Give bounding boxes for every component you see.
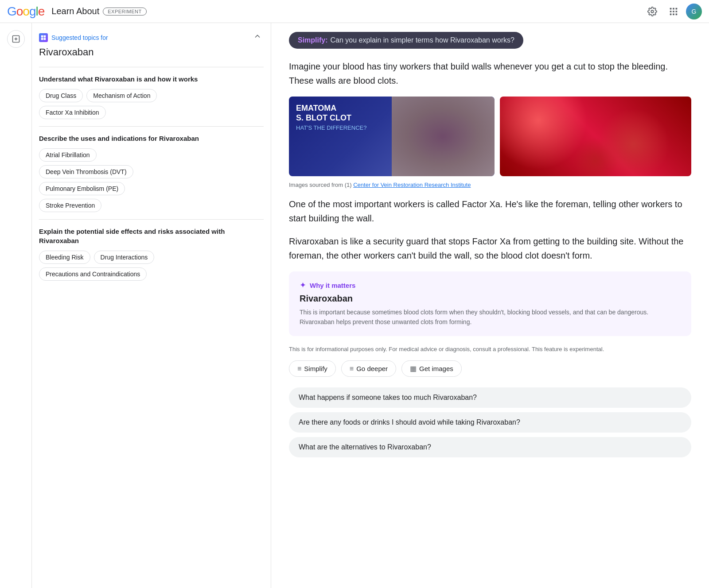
svg-rect-14 xyxy=(44,35,46,37)
svg-point-0 xyxy=(651,10,654,13)
chip-drug-interactions[interactable]: Drug Interactions xyxy=(94,251,155,264)
suggested-topics-header: Suggested topics for xyxy=(39,30,264,45)
svg-rect-2 xyxy=(673,8,674,9)
svg-rect-9 xyxy=(676,13,678,15)
svg-rect-1 xyxy=(670,8,672,9)
simplify-banner: Simplify: Can you explain in simpler ter… xyxy=(289,32,523,49)
image-source: Images sourced from (1) Center for Vein … xyxy=(289,182,691,188)
sidebar-toggle-col xyxy=(0,23,32,588)
svg-rect-7 xyxy=(670,13,672,15)
svg-rect-4 xyxy=(670,11,672,12)
chip-dvt[interactable]: Deep Vein Thrombosis (DVT) xyxy=(39,165,133,178)
svg-rect-16 xyxy=(44,38,46,40)
suggestion-chip-1[interactable]: What happens if someone takes too much R… xyxy=(289,387,691,408)
section-1-chips: Drug Class Mechanism of Action xyxy=(39,89,264,102)
simplify-btn-label: Simplify xyxy=(304,365,327,372)
images-row: EMATOMA S. BLOT CLOT HAT'S THE DIFFERENC… xyxy=(289,97,691,176)
section-2-chips-3: Pulmonary Embolism (PE) xyxy=(39,182,264,195)
suggestion-chip-3[interactable]: What are the alternatives to Rivaroxaban… xyxy=(289,437,691,457)
go-deeper-button[interactable]: ≡ Go deeper xyxy=(341,360,396,377)
image-hematoma-subtitle1: S. BLOT CLOT xyxy=(296,113,487,123)
simplify-icon: ≡ xyxy=(297,365,301,373)
chip-bleeding[interactable]: Bleeding Risk xyxy=(39,251,90,264)
suggestion-chips: What happens if someone takes too much R… xyxy=(289,387,691,457)
go-deeper-icon: ≡ xyxy=(350,365,354,373)
collapse-button[interactable] xyxy=(251,30,264,45)
svg-rect-5 xyxy=(673,11,674,12)
paragraph-2: One of the most important workers is cal… xyxy=(289,197,691,225)
simplify-label: Simplify: xyxy=(298,36,328,44)
chip-pe[interactable]: Pulmonary Embolism (PE) xyxy=(39,182,125,195)
divider-3 xyxy=(39,219,264,220)
image-blood-cells xyxy=(500,97,691,176)
suggested-label-row: Suggested topics for xyxy=(39,33,108,42)
chip-stroke[interactable]: Stroke Prevention xyxy=(39,199,101,212)
get-images-btn-label: Get images xyxy=(419,365,453,372)
left-sidebar: Suggested topics for Rivaroxaban Underst… xyxy=(32,23,271,588)
section-2-chips-2: Deep Vein Thrombosis (DVT) xyxy=(39,165,264,178)
get-images-icon: ▦ xyxy=(410,364,417,373)
blood-cells-visual xyxy=(500,97,691,176)
why-matters-box: ✦ Why it matters Rivaroxaban This is imp… xyxy=(289,271,691,336)
right-content: Simplify: Can you explain in simpler ter… xyxy=(271,23,709,588)
svg-rect-15 xyxy=(41,38,43,40)
section-2-chips-1: Atrial Fibrillation xyxy=(39,148,264,162)
image-source-link[interactable]: Center for Vein Restoration Research Ins… xyxy=(353,182,471,188)
section-3-heading: Explain the potential side effects and r… xyxy=(39,227,264,245)
chip-factor-xa[interactable]: Factor Xa Inhibition xyxy=(39,106,106,119)
image-hematoma-title: EMATOMA xyxy=(296,104,487,113)
section-3-chips-2: Precautions and Contraindications xyxy=(39,267,264,281)
suggested-topics-label: Suggested topics for xyxy=(51,34,108,41)
suggestion-chip-2[interactable]: Are there any foods or drinks I should a… xyxy=(289,412,691,433)
action-buttons-row: ≡ Simplify ≡ Go deeper ▦ Get images xyxy=(289,360,691,377)
why-matters-icon: ✦ xyxy=(300,280,306,290)
get-images-button[interactable]: ▦ Get images xyxy=(401,360,462,377)
chip-afib[interactable]: Atrial Fibrillation xyxy=(39,148,97,162)
section-2-chips-4: Stroke Prevention xyxy=(39,199,264,212)
paragraph-1: Imagine your blood has tiny workers that… xyxy=(289,59,691,88)
why-matters-title: Rivaroxaban xyxy=(300,294,681,304)
suggested-icon xyxy=(39,33,48,42)
section-1-chips-2: Factor Xa Inhibition xyxy=(39,106,264,119)
main-layout: Suggested topics for Rivaroxaban Underst… xyxy=(0,23,709,588)
experiment-badge: EXPERIMENT xyxy=(103,8,147,15)
why-matters-text: This is important because sometimes bloo… xyxy=(300,307,681,327)
divider-1 xyxy=(39,67,264,67)
new-chat-button[interactable] xyxy=(7,30,25,48)
image-hematoma-subtitle2: HAT'S THE DIFFERENCE? xyxy=(296,124,487,131)
app-header: Google Learn About EXPERIMENT xyxy=(0,0,709,23)
go-deeper-btn-label: Go deeper xyxy=(356,365,388,372)
why-matters-header: ✦ Why it matters xyxy=(300,280,681,290)
section-2-heading: Describe the uses and indications for Ri… xyxy=(39,134,264,143)
why-matters-label: Why it matters xyxy=(310,282,355,289)
simplify-query-text: Can you explain in simpler terms how Riv… xyxy=(331,36,514,44)
chip-mechanism[interactable]: Mechanism of Action xyxy=(86,89,157,102)
image-hematoma: EMATOMA S. BLOT CLOT HAT'S THE DIFFERENC… xyxy=(289,97,495,176)
disclaimer: This is for informational purposes only.… xyxy=(289,345,691,354)
simplify-button[interactable]: ≡ Simplify xyxy=(289,360,336,377)
topic-title: Rivaroxaban xyxy=(39,46,264,58)
learn-about-label: Learn About xyxy=(51,6,99,16)
header-icons: G xyxy=(643,3,702,20)
chip-precautions[interactable]: Precautions and Contraindications xyxy=(39,267,147,281)
section-1-heading: Understand what Rivaroxaban is and how i… xyxy=(39,74,264,84)
paragraph-3: Rivaroxaban is like a security guard tha… xyxy=(289,234,691,263)
svg-rect-6 xyxy=(676,11,678,12)
divider-2 xyxy=(39,126,264,127)
apps-button[interactable] xyxy=(665,3,682,20)
avatar[interactable]: G xyxy=(686,4,702,19)
chip-drug-class[interactable]: Drug Class xyxy=(39,89,83,102)
settings-button[interactable] xyxy=(643,3,661,20)
svg-rect-3 xyxy=(676,8,678,9)
section-3-chips-1: Bleeding Risk Drug Interactions xyxy=(39,251,264,264)
svg-rect-13 xyxy=(41,35,43,37)
svg-rect-8 xyxy=(673,13,674,15)
google-logo: Google xyxy=(7,4,44,19)
